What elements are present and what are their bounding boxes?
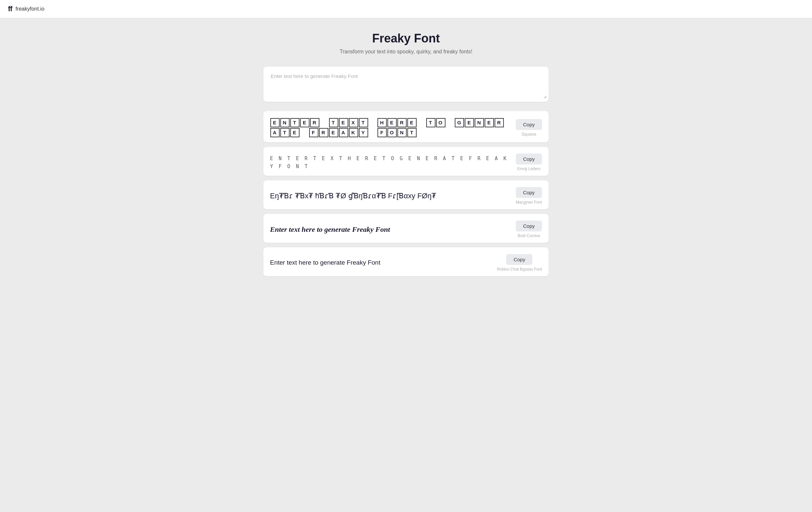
copy-button-bold-cursive[interactable]: Copy [516,220,542,232]
copy-button-squares[interactable]: Copy [516,119,542,130]
page-title: Freaky Font [263,31,549,46]
hero-section: Freaky Font Transform your text into spo… [263,31,549,55]
font-label-squares: Squares [521,132,536,137]
site-logo: ff [8,5,12,13]
card-right-emoji: Copy Emoji Letters [516,154,542,171]
text-input[interactable] [265,69,547,98]
font-text-squares: ENTER TEXT HERE TO GENERATE FREAKY FONT [270,118,509,138]
font-card-roblox: Enter text here to generate Freaky Font … [263,247,549,276]
input-container [263,67,549,102]
copy-button-roblox[interactable]: Copy [506,254,532,265]
font-text-macgyver: Eŋ₮Ɓɾ ₮Ɓx₮ ħƁɾƁ ₮Ø ɠƁŋƁɾα₮Ɓ Fɾ[Ɓαxy FØŋ₮ [270,190,509,201]
card-right-roblox: Copy Roblox Chat Bypass Font [497,254,542,272]
font-text-emoji: E N T E R T E X T H E R E T O G E N E R … [270,154,509,171]
font-text-bold-cursive: Enter text here to generate Freaky Font [270,224,509,235]
card-right-macgyver: Copy Macgyver Font [516,187,542,205]
font-label-emoji: Emoji Letters [517,167,540,171]
card-right-bold-cursive: Copy Bold Cursive [516,220,542,238]
font-card-macgyver: Eŋ₮Ɓɾ ₮Ɓx₮ ħƁɾƁ ₮Ø ɠƁŋƁɾα₮Ɓ Fɾ[Ɓαxy FØŋ₮… [263,180,549,209]
site-name: freakyfont.io [16,6,45,12]
card-right-squares: Copy Squares [516,119,542,137]
navbar: ff freakyfont.io [0,0,812,18]
page-subtitle: Transform your text into spooky, quirky,… [263,49,549,55]
font-card-emoji: E N T E R T E X T H E R E T O G E N E R … [263,147,549,176]
results-container: ENTER TEXT HERE TO GENERATE FREAKY FONT … [263,111,549,276]
font-label-roblox: Roblox Chat Bypass Font [497,267,542,272]
font-text-roblox: Enter text here to generate Freaky Font [270,258,490,268]
font-label-macgyver: Macgyver Font [516,200,542,205]
copy-button-emoji[interactable]: Copy [516,154,542,164]
font-label-bold-cursive: Bold Cursive [518,234,540,238]
copy-button-macgyver[interactable]: Copy [516,187,542,198]
font-card-bold-cursive: Enter text here to generate Freaky Font … [263,214,549,243]
font-card-squares: ENTER TEXT HERE TO GENERATE FREAKY FONT … [263,111,549,142]
main-content: Freaky Font Transform your text into spo… [257,18,555,296]
